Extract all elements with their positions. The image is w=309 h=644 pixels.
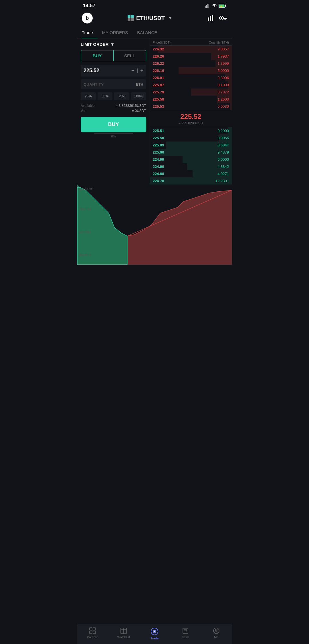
- nav-portfolio-label: Portfolio: [87, 635, 98, 639]
- nav-watchlist[interactable]: Watchlist: [108, 626, 139, 641]
- chart-label-3: 523.3147: [79, 230, 91, 233]
- battery-icon: ⚡: [219, 4, 226, 8]
- nav-trade-label: Trade: [150, 637, 159, 640]
- svg-marker-18: [127, 190, 232, 265]
- svg-rect-23: [93, 631, 96, 634]
- portfolio-icon: [89, 627, 96, 634]
- main-content: LIMIT ORDER ▼ BUY SELL 225.52 − | + QUAN…: [77, 38, 232, 184]
- price-controls: − | +: [131, 68, 143, 74]
- svg-rect-3: [208, 4, 209, 8]
- main-tabs: Trade MY ORDERS BALANCE: [77, 27, 232, 38]
- sell-button-toggle[interactable]: SELL: [113, 50, 146, 61]
- price-header: Price(USDT): [153, 41, 171, 44]
- svg-rect-5: [225, 5, 226, 7]
- buy-sell-toggle: BUY SELL: [81, 50, 146, 61]
- header-actions: [207, 15, 227, 21]
- quantity-unit: ETH: [136, 82, 143, 87]
- buy-order-row[interactable]: 224.70 12.2301: [150, 177, 232, 184]
- svg-point-32: [215, 629, 217, 631]
- buy-order-row[interactable]: 225.09 8.5847: [150, 142, 232, 149]
- price-divider: |: [137, 68, 138, 74]
- order-type-selector[interactable]: LIMIT ORDER ▼: [81, 42, 146, 47]
- svg-rect-14: [225, 19, 226, 20]
- svg-rect-20: [90, 628, 92, 630]
- pair-dropdown-icon[interactable]: ▼: [168, 16, 172, 20]
- key-icon[interactable]: [219, 15, 227, 21]
- quantity-input-row[interactable]: QUANTITY ETH: [81, 79, 146, 89]
- buy-order-row[interactable]: 224.90 4.8842: [150, 163, 232, 170]
- nav-news[interactable]: News: [170, 626, 201, 641]
- header: b ETH/USDT ▼: [77, 10, 232, 27]
- buy-button-toggle[interactable]: BUY: [81, 50, 113, 61]
- tab-my-orders[interactable]: MY ORDERS: [102, 27, 133, 38]
- nav-me[interactable]: Me: [201, 626, 232, 641]
- status-bar: 14:57 ⚡: [77, 0, 232, 10]
- tab-balance[interactable]: BALANCE: [137, 27, 162, 38]
- chart-icon[interactable]: [207, 15, 214, 21]
- tab-trade[interactable]: Trade: [82, 27, 98, 38]
- price-input[interactable]: 225.52: [84, 68, 99, 74]
- svg-rect-9: [210, 16, 211, 21]
- price-decrease-button[interactable]: −: [131, 68, 134, 74]
- status-time: 14:57: [83, 3, 95, 9]
- svg-rect-15: [224, 19, 225, 19]
- nav-trade[interactable]: Trade: [139, 626, 170, 641]
- buy-orders: 225.51 0.2000 225.50 0.9055 225.09 8.584…: [150, 127, 232, 184]
- watchlist-icon: [120, 627, 127, 634]
- svg-rect-21: [93, 628, 96, 630]
- nav-watchlist-label: Watchlist: [117, 635, 130, 639]
- buy-order-row[interactable]: 225.50 0.9055: [150, 134, 232, 142]
- sell-order-row[interactable]: 226.01 0.3096: [150, 74, 232, 81]
- order-book-header: Price(USDT) Quantity(ETH): [150, 38, 232, 46]
- sell-order-row[interactable]: 225.58 1.2600: [150, 96, 232, 103]
- mid-price-value: 225.52: [153, 113, 229, 121]
- svg-rect-1: [206, 5, 207, 8]
- sell-order-row[interactable]: 226.22 1.3999: [150, 60, 232, 67]
- svg-marker-16: [77, 184, 127, 265]
- trade-icon: [150, 627, 159, 635]
- sell-order-row[interactable]: 226.16 5.0000: [150, 67, 232, 74]
- svg-rect-0: [205, 6, 206, 8]
- buy-order-row[interactable]: 224.80 4.0271: [150, 170, 232, 177]
- sell-order-row[interactable]: 225.53 0.0030: [150, 103, 232, 110]
- svg-text:⚡: ⚡: [220, 5, 223, 8]
- buy-submit-button[interactable]: BUY: [81, 117, 146, 132]
- pair-grid-icon: [128, 15, 134, 21]
- nav-portfolio[interactable]: Portfolio: [77, 626, 108, 641]
- bottom-navigation: Portfolio Watchlist Trade News Me: [77, 624, 232, 644]
- vol-label: Vol: [81, 109, 86, 113]
- svg-rect-2: [207, 4, 208, 8]
- sell-order-row[interactable]: 226.32 9.8057: [150, 46, 232, 53]
- price-increase-button[interactable]: +: [140, 68, 143, 74]
- vol-value: = 0USDT: [132, 109, 146, 113]
- buy-order-row[interactable]: 225.51 0.2000: [150, 127, 232, 134]
- progress-bar: 0%: [94, 133, 133, 138]
- buy-order-row[interactable]: 225.00 9.4379: [150, 149, 232, 156]
- pct-100-button[interactable]: 100%: [131, 92, 146, 100]
- sell-order-row[interactable]: 225.79 3.7872: [150, 89, 232, 96]
- chart-label-2: 784.9720: [79, 207, 91, 211]
- mid-price-section: 225.52 ≈ 225.0200USD: [150, 110, 232, 127]
- quantity-placeholder: QUANTITY: [84, 82, 104, 87]
- buy-order-row[interactable]: 224.99 5.0000: [150, 156, 232, 163]
- price-input-row[interactable]: 225.52 − | +: [81, 65, 146, 76]
- order-book-panel: Price(USDT) Quantity(ETH) 226.32 9.8057 …: [150, 38, 232, 184]
- svg-rect-8: [208, 17, 209, 21]
- svg-rect-10: [212, 15, 213, 21]
- signal-icon: [205, 4, 210, 8]
- sell-orders: 226.32 9.8057 226.26 1.7937 226.22 1.399…: [150, 46, 232, 110]
- pct-50-button[interactable]: 50%: [98, 92, 113, 100]
- status-icons: ⚡: [205, 4, 226, 8]
- svg-rect-22: [90, 631, 92, 634]
- svg-rect-13: [223, 18, 227, 19]
- pct-75-button[interactable]: 75%: [114, 92, 129, 100]
- percentage-row: 25% 50% 75% 100%: [81, 92, 146, 100]
- trading-pair[interactable]: ETH/USDT ▼: [128, 15, 172, 21]
- app-logo[interactable]: b: [82, 13, 93, 23]
- chart-label-top: 1,046.6294: [79, 187, 93, 191]
- available-label: Available: [81, 104, 94, 108]
- order-form-panel: LIMIT ORDER ▼ BUY SELL 225.52 − | + QUAN…: [77, 38, 150, 184]
- sell-order-row[interactable]: 225.87 0.1000: [150, 81, 232, 89]
- pct-25-button[interactable]: 25%: [81, 92, 96, 100]
- sell-order-row[interactable]: 226.26 1.7937: [150, 53, 232, 60]
